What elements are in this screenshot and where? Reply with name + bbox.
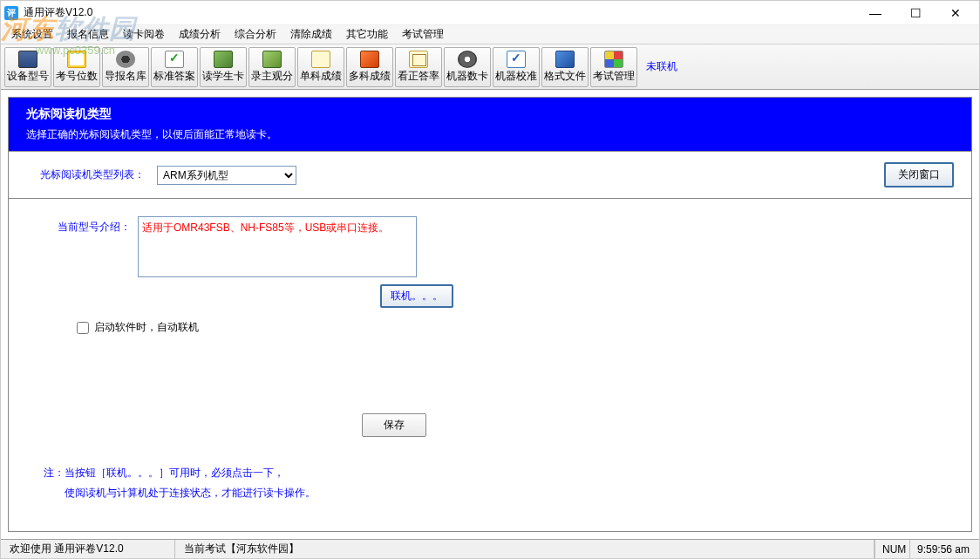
status-current-exam: 当前考试【河东软件园】 bbox=[175, 540, 875, 558]
tool-machine-calibrate[interactable]: 机器校准 bbox=[493, 47, 540, 87]
model-intro-text: 适用于OMR43FSB、NH-FS85等，USB或串口连接。 bbox=[138, 216, 417, 277]
device-icon bbox=[17, 50, 38, 69]
menu-system-settings[interactable]: 系统设置 bbox=[4, 24, 60, 44]
close-button[interactable]: ✕ bbox=[936, 1, 976, 25]
tool-read-student-card[interactable]: 读学生卡 bbox=[200, 47, 247, 87]
window-title: 通用评卷V12.0 bbox=[24, 5, 92, 20]
status-time: 9:59:56 am bbox=[909, 540, 979, 558]
subjective-icon bbox=[262, 50, 282, 69]
maximize-button[interactable]: ☐ bbox=[895, 1, 936, 25]
tool-device-model[interactable]: 设备型号 bbox=[4, 47, 51, 87]
calibrate-icon bbox=[506, 50, 527, 69]
toolbar: 设备型号 考号位数 导报名库 标准答案 读学生卡 录主观分 单科成绩 多科成绩 … bbox=[1, 44, 979, 90]
exam-manage-icon bbox=[603, 50, 624, 69]
menubar: 系统设置 报名信息 读卡阅卷 成绩分析 综合分析 清除成绩 其它功能 考试管理 bbox=[1, 25, 979, 44]
auto-connect-checkbox[interactable] bbox=[77, 322, 89, 334]
answer-icon bbox=[164, 50, 185, 69]
status-welcome: 欢迎使用 通用评卷V12.0 bbox=[1, 540, 175, 558]
tool-multi-subject[interactable]: 多科成绩 bbox=[346, 47, 393, 87]
tool-standard-answer[interactable]: 标准答案 bbox=[151, 47, 198, 87]
reader-type-select[interactable]: ARM系列机型 bbox=[157, 166, 296, 185]
tool-correct-rate[interactable]: 看正答率 bbox=[395, 47, 442, 87]
menu-clear-scores[interactable]: 清除成绩 bbox=[283, 24, 339, 44]
tool-single-subject[interactable]: 单科成绩 bbox=[297, 47, 344, 87]
note-text: 注：当按钮［联机。。。］可用时，必须点击一下， 使阅读机与计算机处于连接状态，才… bbox=[44, 463, 945, 503]
multi-subject-icon bbox=[359, 50, 380, 69]
close-window-button[interactable]: 关闭窗口 bbox=[884, 162, 954, 187]
rate-icon bbox=[408, 50, 429, 69]
reader-type-label: 光标阅读机类型列表： bbox=[40, 167, 145, 182]
tool-machine-count[interactable]: 机器数卡 bbox=[444, 47, 491, 87]
status-numlock: NUM bbox=[875, 540, 909, 558]
tool-format-file[interactable]: 格式文件 bbox=[541, 47, 589, 87]
student-card-icon bbox=[213, 50, 234, 69]
save-button[interactable]: 保存 bbox=[362, 413, 426, 437]
menu-exam-management[interactable]: 考试管理 bbox=[395, 24, 451, 44]
menu-comprehensive-analysis[interactable]: 综合分析 bbox=[228, 24, 283, 44]
auto-connect-label: 启动软件时，自动联机 bbox=[94, 320, 199, 335]
app-icon: 评 bbox=[4, 6, 18, 20]
machine-count-icon bbox=[457, 50, 478, 69]
reader-type-row: 光标阅读机类型列表： ARM系列机型 关闭窗口 bbox=[8, 152, 972, 199]
section-title: 光标阅读机类型 bbox=[26, 106, 954, 122]
model-intro-label: 当前型号介绍： bbox=[58, 220, 131, 235]
statusbar: 欢迎使用 通用评卷V12.0 当前考试【河东软件园】 NUM 9:59:56 a… bbox=[1, 539, 979, 558]
titlebar: 评 通用评卷V12.0 — ☐ ✕ bbox=[1, 1, 979, 25]
section-header: 光标阅读机类型 选择正确的光标阅读机类型，以便后面能正常地读卡。 bbox=[8, 97, 972, 152]
tool-exam-digits[interactable]: 考号位数 bbox=[53, 47, 100, 87]
menu-score-analysis[interactable]: 成绩分析 bbox=[172, 24, 228, 44]
import-icon bbox=[115, 50, 136, 69]
digits-icon bbox=[66, 50, 87, 69]
main-panel: 当前型号介绍： 适用于OMR43FSB、NH-FS85等，USB或串口连接。 联… bbox=[8, 199, 972, 532]
single-subject-icon bbox=[310, 50, 331, 69]
minimize-button[interactable]: — bbox=[855, 1, 895, 25]
tool-exam-manage[interactable]: 考试管理 bbox=[590, 47, 637, 87]
connect-button[interactable]: 联机。。。 bbox=[380, 284, 453, 308]
tool-import-roster[interactable]: 导报名库 bbox=[102, 47, 149, 87]
connection-status: 未联机 bbox=[646, 59, 677, 74]
tool-subjective-score[interactable]: 录主观分 bbox=[248, 47, 296, 87]
section-description: 选择正确的光标阅读机类型，以便后面能正常地读卡。 bbox=[26, 127, 954, 142]
menu-registration-info[interactable]: 报名信息 bbox=[60, 24, 116, 44]
menu-other-functions[interactable]: 其它功能 bbox=[339, 24, 395, 44]
format-icon bbox=[555, 50, 575, 69]
menu-card-reading[interactable]: 读卡阅卷 bbox=[116, 24, 172, 44]
